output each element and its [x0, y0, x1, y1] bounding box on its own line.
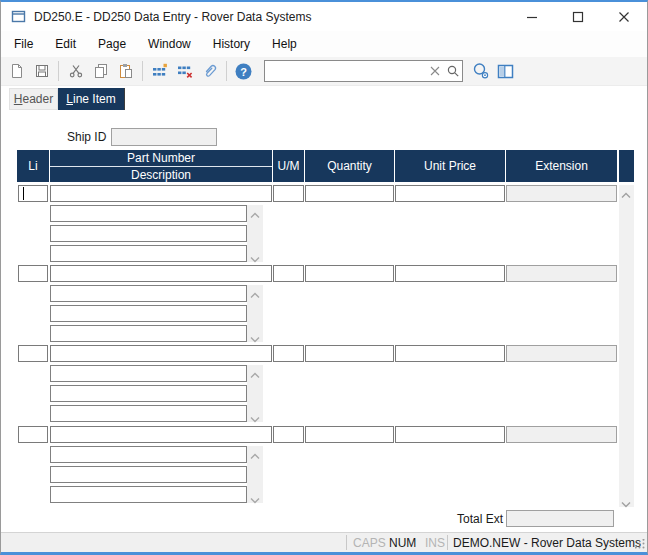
scroll-down-icon[interactable]: [250, 493, 260, 500]
resize-grip-icon[interactable]: [635, 538, 645, 552]
paste-icon[interactable]: [113, 59, 138, 83]
attachment-icon[interactable]: [197, 59, 222, 83]
description-line-input[interactable]: [50, 205, 247, 222]
col-header-part-number-description: Part Number Description: [50, 150, 272, 182]
part-number-input[interactable]: [50, 426, 272, 443]
part-number-input[interactable]: [50, 265, 272, 282]
unit-price-input[interactable]: [395, 265, 505, 282]
quantity-input[interactable]: [305, 426, 394, 443]
description-line-input[interactable]: [50, 486, 247, 503]
li-input[interactable]: [18, 345, 48, 362]
scroll-up-icon[interactable]: [250, 288, 260, 295]
description-line-input[interactable]: [50, 285, 247, 302]
tab-header[interactable]: Header: [9, 88, 58, 110]
col-header-li: Li: [17, 150, 49, 182]
extension-field[interactable]: [506, 265, 617, 282]
status-bar: CAPS NUM INS DEMO.NEW - Rover Data Syste…: [1, 532, 647, 552]
description-line-input[interactable]: [50, 325, 247, 342]
menu-help[interactable]: Help: [261, 37, 308, 51]
menu-history[interactable]: History: [202, 37, 261, 51]
scroll-down-icon[interactable]: [250, 252, 260, 259]
description-line-input[interactable]: [50, 245, 247, 262]
tab-line-item[interactable]: Line Item: [58, 88, 125, 110]
tab-header-label: Header: [14, 92, 53, 106]
description-line-input[interactable]: [50, 405, 247, 422]
um-input[interactable]: [273, 265, 304, 282]
unit-price-input[interactable]: [395, 185, 505, 202]
close-button[interactable]: [601, 2, 647, 31]
description-line-input[interactable]: [50, 225, 247, 242]
col-header-extension: Extension: [506, 150, 617, 182]
li-input[interactable]: [18, 265, 48, 282]
scroll-up-icon[interactable]: [621, 188, 631, 195]
quantity-input[interactable]: [305, 265, 394, 282]
extension-field[interactable]: [506, 345, 617, 362]
new-document-icon[interactable]: [4, 59, 29, 83]
description-scrollbar[interactable]: [247, 205, 263, 262]
table-vertical-scrollbar[interactable]: [619, 185, 634, 507]
copy-icon[interactable]: [88, 59, 113, 83]
um-input[interactable]: [273, 426, 304, 443]
extension-field[interactable]: [506, 426, 617, 443]
maximize-button[interactable]: [555, 2, 601, 31]
menu-page[interactable]: Page: [87, 37, 137, 51]
help-icon[interactable]: ?: [231, 59, 256, 83]
insert-row-icon[interactable]: [147, 59, 172, 83]
description-line-input[interactable]: [50, 466, 247, 483]
scroll-down-icon[interactable]: [621, 497, 631, 504]
description-line-input[interactable]: [50, 305, 247, 322]
li-input[interactable]: [18, 185, 48, 202]
status-separator: [346, 535, 347, 550]
search-input[interactable]: [265, 62, 426, 80]
status-context: DEMO.NEW - Rover Data Systems: [453, 536, 641, 550]
description-line-input[interactable]: [50, 446, 247, 463]
search-magnifier-icon[interactable]: [444, 62, 462, 80]
scroll-up-icon[interactable]: [250, 208, 260, 215]
ship-id-field[interactable]: [111, 128, 217, 146]
save-icon[interactable]: [29, 59, 54, 83]
app-icon: [11, 9, 27, 25]
quantity-input[interactable]: [305, 185, 394, 202]
toggle-panel-icon[interactable]: [493, 59, 518, 83]
search-clear-icon[interactable]: [426, 62, 444, 80]
description-line-input[interactable]: [50, 385, 247, 402]
num-indicator: NUM: [389, 536, 416, 550]
um-input[interactable]: [273, 185, 304, 202]
part-number-input[interactable]: [50, 345, 272, 362]
line-item-row: [1, 345, 648, 423]
col-header-unit-price: Unit Price: [395, 150, 505, 182]
menu-file[interactable]: File: [3, 37, 44, 51]
minimize-button[interactable]: [509, 2, 555, 31]
um-input[interactable]: [273, 345, 304, 362]
title-bar[interactable]: DD250.E - DD250 Data Entry - Rover Data …: [1, 2, 647, 31]
description-scrollbar[interactable]: [247, 365, 263, 422]
tab-strip: Header Line Item: [1, 88, 647, 110]
scroll-down-icon[interactable]: [250, 332, 260, 339]
unit-price-input[interactable]: [395, 345, 505, 362]
scroll-down-icon[interactable]: [250, 412, 260, 419]
line-item-row: [1, 185, 648, 263]
menu-edit[interactable]: Edit: [44, 37, 87, 51]
extension-field[interactable]: [506, 185, 617, 202]
ship-id-label: Ship ID: [67, 130, 106, 144]
scroll-up-icon[interactable]: [250, 449, 260, 456]
svg-text:?: ?: [240, 65, 247, 77]
menu-window[interactable]: Window: [137, 37, 202, 51]
description-line-input[interactable]: [50, 365, 247, 382]
delete-row-icon[interactable]: [172, 59, 197, 83]
quantity-input[interactable]: [305, 345, 394, 362]
scroll-up-icon[interactable]: [250, 368, 260, 375]
cut-icon[interactable]: [63, 59, 88, 83]
li-input[interactable]: [18, 426, 48, 443]
total-ext-field[interactable]: [506, 510, 614, 527]
caps-indicator: CAPS: [353, 536, 386, 550]
description-scrollbar[interactable]: [247, 446, 263, 503]
unit-price-input[interactable]: [395, 426, 505, 443]
total-ext-label: Total Ext: [457, 512, 503, 526]
col-header-um: U/M: [273, 150, 304, 182]
tab-line-item-label: Line Item: [66, 92, 115, 106]
description-scrollbar[interactable]: [247, 285, 263, 342]
toolbar: ?: [1, 57, 647, 86]
find-record-icon[interactable]: [468, 59, 493, 83]
part-number-input[interactable]: [50, 185, 272, 202]
